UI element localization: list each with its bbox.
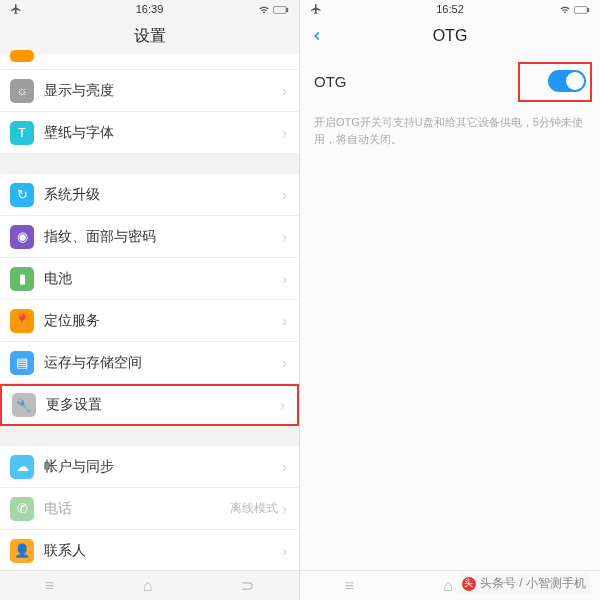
- otg-toggle[interactable]: [548, 70, 586, 92]
- chevron-right-icon: ›: [282, 187, 287, 203]
- settings-row-more[interactable]: 🔧 更多设置 ›: [0, 384, 299, 426]
- chevron-right-icon: ›: [282, 83, 287, 99]
- status-icons: [258, 3, 289, 14]
- nav-menu-icon[interactable]: ≡: [345, 577, 354, 595]
- row-label: 显示与亮度: [44, 82, 282, 100]
- svg-rect-1: [287, 8, 288, 11]
- settings-row-account[interactable]: ☁ 帐户与同步 ›: [0, 446, 299, 488]
- svg-rect-0: [274, 6, 287, 13]
- nav-home-icon[interactable]: ⌂: [443, 577, 453, 595]
- row-label: 运存与存储空间: [44, 354, 282, 372]
- settings-row-phone[interactable]: ✆ 电话 离线模式 ›: [0, 488, 299, 530]
- settings-row-display[interactable]: ☼ 显示与亮度 ›: [0, 70, 299, 112]
- otg-label: OTG: [314, 73, 347, 90]
- airplane-icon: [310, 3, 322, 15]
- contacts-icon: 👤: [10, 539, 34, 563]
- phone-icon: ✆: [10, 497, 34, 521]
- chevron-right-icon: ›: [282, 271, 287, 287]
- chevron-right-icon: ›: [282, 313, 287, 329]
- status-time: 16:52: [300, 3, 600, 15]
- status-bar-right: 16:52: [300, 0, 600, 18]
- back-button[interactable]: [310, 18, 324, 54]
- svg-rect-3: [588, 8, 589, 11]
- row-label: 电池: [44, 270, 282, 288]
- title-bar-left: 设置: [0, 18, 299, 54]
- airplane-icon: [10, 3, 22, 15]
- watermark: 头 头条号 / 小智测手机: [458, 573, 590, 594]
- row-label: 更多设置: [46, 396, 280, 414]
- settings-screen: 16:39 设置 ☼ 显示与亮度 › T 壁纸与字体 › ↻ 系统升级 › ◉ …: [0, 0, 300, 600]
- title-bar-right: OTG: [300, 18, 600, 54]
- settings-row-location[interactable]: 📍 定位服务 ›: [0, 300, 299, 342]
- chevron-right-icon: ›: [282, 229, 287, 245]
- row-right-text: 离线模式: [230, 500, 278, 517]
- row-label: 指纹、面部与密码: [44, 228, 282, 246]
- otg-screen: 16:52 OTG OTG 开启OTG开关可支持U盘和给其它设备供电，5分钟未使…: [300, 0, 600, 600]
- chevron-right-icon: ›: [282, 125, 287, 141]
- settings-row-update[interactable]: ↻ 系统升级 ›: [0, 174, 299, 216]
- page-title: OTG: [433, 27, 468, 45]
- row-label: 电话: [44, 500, 230, 518]
- nav-home-icon[interactable]: ⌂: [143, 577, 153, 595]
- status-bar-left: 16:39: [0, 0, 299, 18]
- page-title: 设置: [134, 26, 166, 47]
- otg-description: 开启OTG开关可支持U盘和给其它设备供电，5分钟未使用，将自动关闭。: [300, 108, 600, 147]
- brightness-icon: ☼: [10, 79, 34, 103]
- settings-list: ☼ 显示与亮度 › T 壁纸与字体 › ↻ 系统升级 › ◉ 指纹、面部与密码 …: [0, 54, 299, 600]
- update-icon: ↻: [10, 183, 34, 207]
- nav-menu-icon[interactable]: ≡: [44, 577, 53, 595]
- font-icon: T: [10, 121, 34, 145]
- row-label: 定位服务: [44, 312, 282, 330]
- partial-icon: [10, 50, 34, 62]
- settings-row-storage[interactable]: ▤ 运存与存储空间 ›: [0, 342, 299, 384]
- otg-toggle-row: OTG: [300, 54, 600, 108]
- settings-row-contacts[interactable]: 👤 联系人 ›: [0, 530, 299, 572]
- nav-bar-left: ≡ ⌂ ⊃: [0, 570, 299, 600]
- fingerprint-icon: ◉: [10, 225, 34, 249]
- row-label: 帐户与同步: [44, 458, 282, 476]
- chevron-right-icon: ›: [282, 543, 287, 559]
- settings-row-partial[interactable]: [0, 54, 299, 70]
- location-icon: 📍: [10, 309, 34, 333]
- settings-row-fingerprint[interactable]: ◉ 指纹、面部与密码 ›: [0, 216, 299, 258]
- row-label: 系统升级: [44, 186, 282, 204]
- status-time: 16:39: [0, 3, 299, 15]
- storage-icon: ▤: [10, 351, 34, 375]
- chevron-right-icon: ›: [282, 501, 287, 517]
- settings-row-wallpaper[interactable]: T 壁纸与字体 ›: [0, 112, 299, 154]
- row-label: 联系人: [44, 542, 282, 560]
- chevron-right-icon: ›: [280, 397, 285, 413]
- wrench-icon: 🔧: [12, 393, 36, 417]
- chevron-right-icon: ›: [282, 459, 287, 475]
- svg-rect-2: [575, 6, 588, 13]
- chevron-right-icon: ›: [282, 355, 287, 371]
- status-icons: [559, 3, 590, 14]
- nav-back-icon[interactable]: ⊃: [241, 576, 254, 595]
- row-label: 壁纸与字体: [44, 124, 282, 142]
- settings-row-battery[interactable]: ▮ 电池 ›: [0, 258, 299, 300]
- battery-icon: ▮: [10, 267, 34, 291]
- cloud-icon: ☁: [10, 455, 34, 479]
- watermark-icon: 头: [462, 577, 476, 591]
